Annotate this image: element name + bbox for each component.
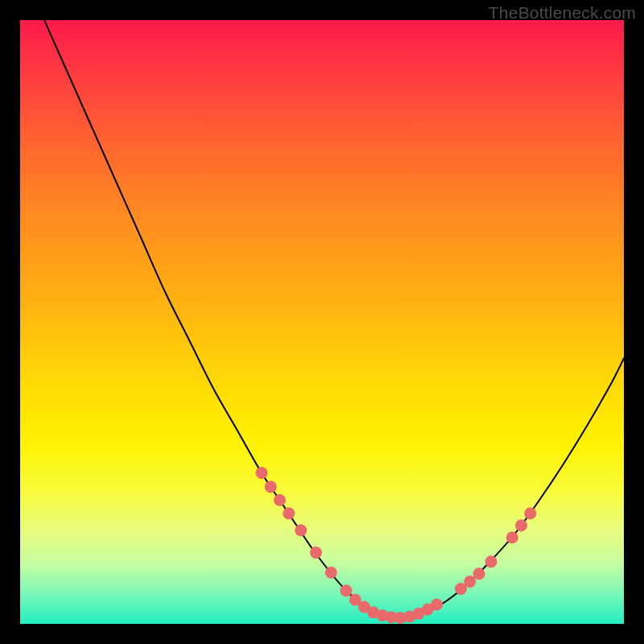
highlight-dot bbox=[256, 467, 268, 479]
highlight-dot bbox=[515, 519, 527, 531]
highlight-dot bbox=[274, 494, 286, 506]
highlight-dot bbox=[341, 584, 353, 597]
highlight-dot bbox=[265, 481, 277, 493]
highlight-dots bbox=[256, 467, 537, 624]
highlight-dot bbox=[310, 547, 322, 559]
highlight-dot bbox=[325, 567, 337, 579]
highlight-dot bbox=[283, 507, 295, 519]
highlight-dot bbox=[506, 531, 518, 543]
highlight-dot bbox=[295, 524, 307, 536]
highlight-dot bbox=[485, 555, 497, 568]
bottleneck-curve bbox=[44, 20, 624, 618]
highlight-dot bbox=[524, 507, 536, 519]
highlight-dot bbox=[431, 599, 443, 611]
highlight-dot bbox=[473, 568, 485, 580]
chart-svg bbox=[20, 20, 624, 624]
